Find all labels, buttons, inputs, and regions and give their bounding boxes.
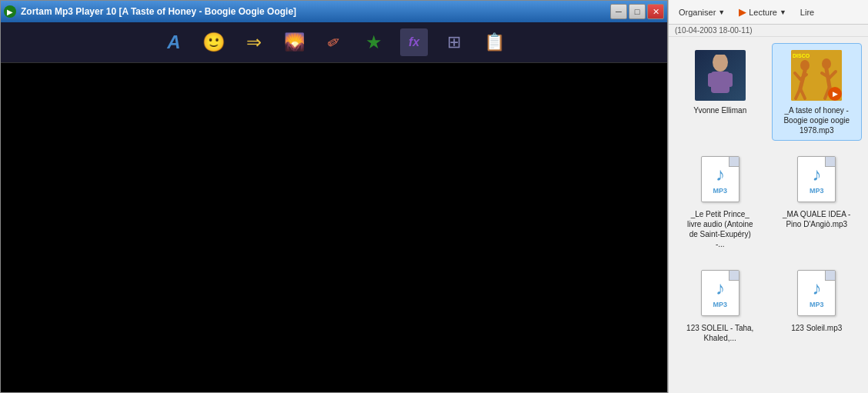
file-item-123-soleil-mp3[interactable]: ♪ MP3 123 Soleil.mp3 bbox=[772, 261, 863, 348]
yvonne-art bbox=[695, 50, 746, 101]
123-soleil-mp3-icon: ♪ MP3 bbox=[699, 268, 742, 318]
player-toolbar: A 🙂 ⇒ 🌄 ✏ ★ fx ⊞ 📋 bbox=[1, 22, 667, 63]
export-tool-button[interactable]: 📋 bbox=[480, 28, 508, 56]
ma-quale-icon-wrap: ♪ MP3 bbox=[790, 152, 843, 206]
music-note-icon-2: ♪ bbox=[812, 164, 821, 185]
image-tool-button[interactable]: 🌄 bbox=[280, 28, 308, 56]
file-item-ma-quale-idea[interactable]: ♪ MP3 _MA QUALE IDEA - Pino D'Angiò.mp3 bbox=[772, 147, 863, 255]
svg-rect-2 bbox=[708, 73, 714, 87]
player-body: A 🙂 ⇒ 🌄 ✏ ★ fx ⊞ 📋 bbox=[1, 22, 667, 392]
mp3-doc-3: ♪ MP3 bbox=[701, 270, 739, 316]
text-tool-button[interactable]: A bbox=[160, 28, 188, 56]
mp3-doc-2: ♪ MP3 bbox=[797, 156, 836, 202]
file-item-yvonne-elliman[interactable]: Yvonne Elliman bbox=[675, 43, 766, 141]
petit-prince-icon-wrap: ♪ MP3 bbox=[693, 152, 747, 206]
organiser-button[interactable]: Organiser ▼ bbox=[673, 5, 730, 20]
lire-button[interactable]: Lire bbox=[795, 5, 820, 20]
lecture-dropdown-icon: ▼ bbox=[780, 8, 786, 16]
file-item-123-soleil[interactable]: ♪ MP3 123 SOLEIL - Taha, Khaled,... bbox=[675, 261, 766, 348]
visualization-area bbox=[1, 63, 667, 392]
title-bar-left: ▶ Zortam Mp3 Player 10 [A Taste of Honey… bbox=[4, 5, 296, 18]
lire-label: Lire bbox=[800, 8, 814, 17]
yvonne-album-cover bbox=[695, 50, 746, 101]
music-note-icon: ♪ bbox=[716, 164, 725, 185]
taste-of-honey-label: _A taste of honey - Boogie oogie oogie 1… bbox=[782, 105, 851, 135]
yvonne-icon-wrap bbox=[693, 48, 747, 102]
mp3-doc: ♪ MP3 bbox=[701, 156, 739, 202]
file-grid: Yvonne Elliman DISCO DISCO bbox=[669, 37, 868, 393]
fx-tool-button[interactable]: fx bbox=[400, 28, 428, 56]
play-icon: ▶ bbox=[739, 6, 746, 18]
music-note-icon-4: ♪ bbox=[812, 278, 821, 299]
svg-text:DISCO: DISCO bbox=[793, 53, 810, 58]
petit-prince-mp3-icon: ♪ MP3 bbox=[699, 155, 742, 204]
window-title: Zortam Mp3 Player 10 [A Taste of Honey -… bbox=[21, 6, 296, 17]
star-tool-button[interactable]: ★ bbox=[360, 28, 388, 56]
123-soleil-label: 123 SOLEIL - Taha, Khaled,... bbox=[686, 323, 755, 343]
123-soleil-mp3-icon-2: ♪ MP3 bbox=[795, 268, 838, 318]
file-item-taste-of-honey[interactable]: DISCO DISCO bbox=[772, 43, 863, 141]
organiser-dropdown-icon: ▼ bbox=[718, 8, 725, 16]
date-label: (10-04-2003 18-00-11) bbox=[669, 25, 868, 37]
ma-quale-mp3-icon: ♪ MP3 bbox=[795, 155, 838, 204]
title-bar-buttons: ─ □ ✕ bbox=[610, 4, 664, 19]
file-panel-toolbar: Organiser ▼ ▶ Lecture ▼ Lire bbox=[669, 0, 868, 25]
lecture-button[interactable]: ▶ Lecture ▼ bbox=[733, 3, 792, 21]
ma-quale-label: _MA QUALE IDEA - Pino D'Angiò.mp3 bbox=[782, 209, 851, 229]
svg-point-0 bbox=[713, 55, 728, 72]
smiley-tool-button[interactable]: 🙂 bbox=[200, 28, 228, 56]
pencil-tool-button[interactable]: ✏ bbox=[315, 23, 352, 61]
taste-icon-wrap: DISCO DISCO bbox=[790, 48, 843, 102]
player-icon: ▶ bbox=[4, 5, 16, 18]
petit-prince-label: _Le Petit Prince_ livre audio (Antoine d… bbox=[686, 209, 755, 249]
123-soleil-mp3-icon-wrap: ♪ MP3 bbox=[790, 266, 843, 320]
grid-tool-button[interactable]: ⊞ bbox=[440, 28, 468, 56]
123-soleil-mp3-label: 123 Soleil.mp3 bbox=[791, 323, 842, 333]
maximize-button[interactable]: □ bbox=[629, 4, 646, 19]
file-panel: Organiser ▼ ▶ Lecture ▼ Lire (10-04-2003… bbox=[668, 0, 868, 393]
title-bar: ▶ Zortam Mp3 Player 10 [A Taste of Honey… bbox=[1, 1, 667, 22]
player-window: ▶ Zortam Mp3 Player 10 [A Taste of Honey… bbox=[0, 0, 668, 393]
organiser-label: Organiser bbox=[679, 8, 716, 17]
lecture-label: Lecture bbox=[749, 8, 777, 17]
mp3-doc-4: ♪ MP3 bbox=[797, 270, 836, 316]
minimize-button[interactable]: ─ bbox=[610, 4, 627, 19]
yvonne-elliman-label: Yvonne Elliman bbox=[693, 105, 746, 115]
123-soleil-icon-wrap: ♪ MP3 bbox=[693, 266, 747, 320]
arrow-tool-button[interactable]: ⇒ bbox=[240, 28, 268, 56]
music-note-icon-3: ♪ bbox=[716, 278, 725, 299]
close-button[interactable]: ✕ bbox=[647, 4, 664, 19]
svg-rect-3 bbox=[726, 73, 733, 87]
file-item-petit-prince[interactable]: ♪ MP3 _Le Petit Prince_ livre audio (Ant… bbox=[675, 147, 766, 255]
